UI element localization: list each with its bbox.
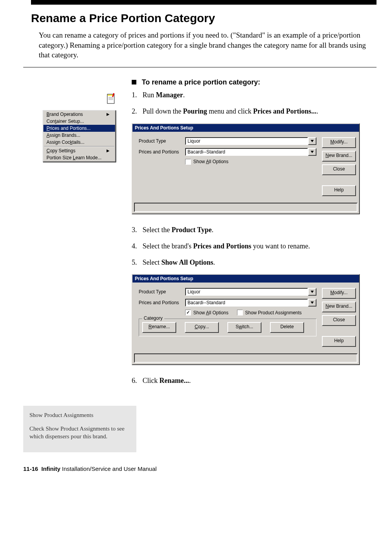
- menu-separator: [44, 146, 114, 147]
- show-all-options-label: Show All Options: [193, 310, 229, 315]
- header-rule: [31, 0, 377, 5]
- prices-portions-dialog-1: Prices And Portions Setup Product Type L…: [132, 123, 360, 214]
- modify-button[interactable]: Modify...: [322, 288, 356, 299]
- delete-button[interactable]: Delete: [270, 322, 304, 333]
- context-menu: Brand Operations ▶ Container Setup... Pr…: [43, 110, 116, 162]
- dropdown-arrow-icon[interactable]: [308, 288, 316, 296]
- dialog-titlebar: Prices And Portions Setup: [132, 124, 359, 132]
- svg-marker-7: [311, 151, 314, 153]
- menu-item-portion-size-learn-mode[interactable]: Portion Size Learn Mode...: [43, 154, 115, 161]
- status-bar: [134, 203, 358, 212]
- product-type-label: Product Type: [139, 138, 185, 144]
- note-icon: [23, 93, 128, 104]
- menu-item-brand-operations[interactable]: Brand Operations ▶: [43, 111, 115, 118]
- menu-item-prices-and-portions[interactable]: Prices and Portions...: [43, 125, 115, 132]
- submenu-arrow-icon: ▶: [107, 148, 110, 153]
- show-all-options-checkbox[interactable]: [185, 159, 191, 165]
- new-brand-button[interactable]: New Brand...: [322, 151, 356, 162]
- procedure-steps-cont: 3.Select the Product Type. 4.Select the …: [132, 225, 377, 267]
- prices-portions-dropdown[interactable]: Bacardi--Standard: [185, 299, 316, 307]
- dropdown-arrow-icon[interactable]: [308, 148, 316, 156]
- menu-item-container-setup[interactable]: Container Setup...: [43, 118, 115, 125]
- show-product-assignments-checkbox[interactable]: [237, 310, 243, 315]
- new-brand-button[interactable]: New Brand...: [322, 302, 356, 312]
- tip-box: Show Product Assignments Check Show Prod…: [23, 406, 136, 453]
- bullet-square-icon: [132, 80, 136, 84]
- product-type-dropdown[interactable]: Liquor: [185, 137, 316, 145]
- category-group: Category Rename... Copy... Switch... Del…: [139, 319, 316, 336]
- show-all-options-checkbox[interactable]: [185, 310, 191, 315]
- page-footer: 11-16 Infinity Installation/Service and …: [23, 465, 377, 472]
- page-heading: Rename a Price Portion Category: [31, 12, 377, 25]
- product-type-label: Product Type: [139, 289, 185, 295]
- switch-button[interactable]: Switch...: [227, 322, 261, 333]
- dropdown-arrow-icon[interactable]: [308, 299, 316, 307]
- section-rule: [23, 67, 377, 67]
- dialog-titlebar: Prices And Portions Setup: [132, 275, 359, 283]
- procedure-title: To rename a price portion category:: [132, 78, 377, 86]
- copy-button[interactable]: Copy...: [185, 322, 219, 333]
- menu-item-assign-brands[interactable]: Assign Brands...: [43, 132, 115, 139]
- close-button[interactable]: Close: [322, 164, 356, 175]
- menu-item-assign-cocktails[interactable]: Assign Cocktails...: [43, 139, 115, 146]
- help-button[interactable]: Help: [322, 336, 356, 347]
- svg-marker-8: [311, 291, 314, 293]
- prices-portions-label: Prices and Portions: [139, 149, 185, 155]
- help-button[interactable]: Help: [322, 185, 356, 196]
- tip-body: Check Show Product Assignments to see wh…: [29, 425, 130, 441]
- show-all-options-label: Show All Options: [193, 159, 229, 164]
- product-type-dropdown[interactable]: Liquor: [185, 288, 316, 296]
- prices-portions-dialog-2: Prices And Portions Setup Product Type L…: [132, 274, 360, 365]
- svg-marker-9: [311, 302, 314, 304]
- menu-item-copy-settings[interactable]: Copy Settings ▶: [43, 147, 115, 154]
- prices-portions-dropdown[interactable]: Bacardi--Standard: [185, 148, 316, 156]
- svg-marker-6: [311, 140, 314, 142]
- close-button[interactable]: Close: [322, 315, 356, 326]
- prices-portions-label: Prices and Portions: [139, 300, 185, 305]
- tip-title: Show Product Assignments: [29, 411, 130, 419]
- submenu-arrow-icon: ▶: [107, 112, 110, 116]
- dropdown-arrow-icon[interactable]: [308, 137, 316, 145]
- show-product-assignments-label: Show Product Assignments: [245, 310, 302, 315]
- procedure-steps-cont2: 6.Click Rename....: [132, 376, 377, 385]
- procedure-steps: 1.Run Manager. 2.Pull down the Pouring m…: [132, 90, 377, 116]
- intro-text: You can rename a category of prices and …: [39, 30, 377, 60]
- modify-button[interactable]: Modify...: [322, 137, 356, 148]
- category-legend: Category: [142, 315, 164, 321]
- rename-button[interactable]: Rename...: [142, 322, 176, 333]
- status-bar: [134, 353, 358, 363]
